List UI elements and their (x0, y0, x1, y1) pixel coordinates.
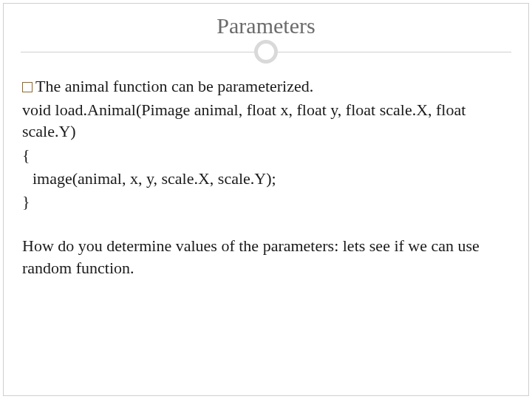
code-line-3: image(animal, x, y, scale.X, scale.Y); (22, 168, 510, 190)
bullet-text: The animal function can be parameterized… (35, 77, 313, 95)
bullet-item: The animal function can be parameterized… (22, 75, 510, 98)
slide-content: The animal function can be parameterized… (22, 75, 510, 281)
spacer (22, 214, 510, 235)
divider-circle-icon (254, 40, 278, 64)
slide-title: Parameters (0, 13, 532, 38)
slide: Parameters The animal function can be pa… (0, 0, 532, 399)
code-line-2: { (22, 144, 510, 166)
closing-text: How do you determine values of the param… (22, 235, 510, 279)
code-line-1: void load.Animal(Pimage animal, float x,… (22, 99, 510, 143)
square-bullet-icon (22, 82, 33, 92)
code-line-4: } (22, 191, 510, 213)
